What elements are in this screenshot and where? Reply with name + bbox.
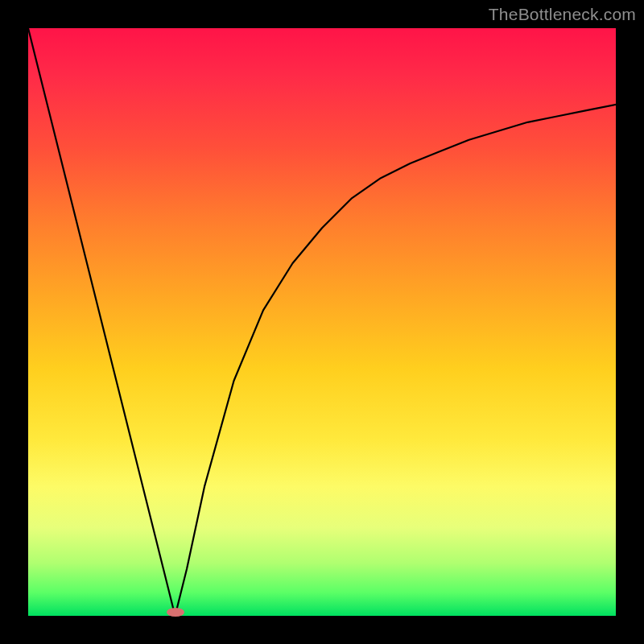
plot-area [28, 28, 616, 616]
optimum-marker [167, 608, 184, 617]
watermark-text: TheBottleneck.com [489, 5, 636, 24]
bottleneck-curve [28, 28, 616, 616]
chart-frame: TheBottleneck.com [0, 0, 644, 644]
curve-path [28, 28, 616, 616]
